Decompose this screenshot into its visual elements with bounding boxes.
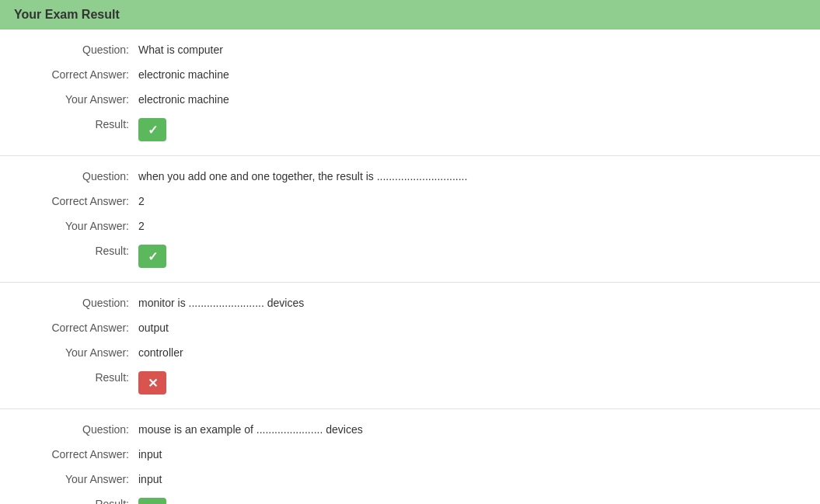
correct-answer-label: Correct Answer:: [14, 322, 138, 334]
result-row-1: Result:: [0, 112, 820, 148]
result-label: Result:: [14, 245, 138, 257]
result-label: Result:: [14, 371, 138, 384]
result-value-4: [138, 498, 806, 504]
page-container: Your Exam Result Question: What is compu…: [0, 0, 820, 504]
correct-answer-label: Correct Answer:: [14, 195, 138, 207]
correct-answer-row-2: Correct Answer: 2: [0, 189, 820, 214]
question-row-1: Question: What is computer: [0, 37, 820, 62]
your-answer-row-2: Your Answer: 2: [0, 214, 820, 238]
cross-icon: [148, 376, 158, 391]
your-answer-row-3: Your Answer: controller: [0, 340, 820, 365]
question-label: Question:: [14, 297, 138, 309]
question-row-3: Question: monitor is ...................…: [0, 290, 820, 315]
result-label: Result:: [14, 498, 138, 504]
correct-answer-value-3: output: [138, 322, 806, 334]
result-row-4: Result:: [0, 492, 820, 504]
your-answer-label: Your Answer:: [14, 93, 138, 106]
question-text-1: What is computer: [138, 43, 806, 56]
your-answer-row-4: Your Answer: input: [0, 467, 820, 492]
your-answer-value-2: 2: [138, 220, 806, 232]
correct-answer-label: Correct Answer:: [14, 68, 138, 81]
exam-header: Your Exam Result: [0, 0, 820, 30]
your-answer-value-4: input: [138, 473, 806, 485]
question-text-3: monitor is ......................... dev…: [138, 297, 806, 309]
your-answer-row-1: Your Answer: electronic machine: [0, 87, 820, 112]
question-label: Question:: [14, 423, 138, 436]
result-value-1: [138, 118, 806, 141]
your-answer-value-3: controller: [138, 346, 806, 359]
your-answer-label: Your Answer:: [14, 220, 138, 232]
result-row-2: Result:: [0, 238, 820, 274]
check-icon: [148, 249, 158, 264]
result-value-2: [138, 245, 806, 268]
result-row-3: Result:: [0, 365, 820, 401]
question-text-2: when you add one and one together, the r…: [138, 170, 806, 182]
result-label: Result:: [14, 118, 138, 130]
your-answer-label: Your Answer:: [14, 346, 138, 359]
exam-title: Your Exam Result: [14, 8, 120, 21]
question-block-2: Question: when you add one and one toget…: [0, 156, 820, 283]
question-label: Question:: [14, 43, 138, 56]
your-answer-value-1: electronic machine: [138, 93, 806, 106]
result-value-3: [138, 371, 806, 395]
correct-answer-row-3: Correct Answer: output: [0, 315, 820, 340]
correct-answer-value-2: 2: [138, 195, 806, 207]
check-icon: [148, 123, 158, 137]
correct-answer-value-4: input: [138, 448, 806, 461]
result-button-2: [138, 245, 166, 268]
correct-answer-row-1: Correct Answer: electronic machine: [0, 62, 820, 87]
question-block-1: Question: What is computer Correct Answe…: [0, 30, 820, 156]
your-answer-label: Your Answer:: [14, 473, 138, 485]
correct-answer-value-1: electronic machine: [138, 68, 806, 81]
question-block-3: Question: monitor is ...................…: [0, 283, 820, 409]
result-button-1: [138, 118, 166, 141]
result-button-3: [138, 371, 166, 395]
correct-answer-row-4: Correct Answer: input: [0, 442, 820, 467]
question-text-4: mouse is an example of .................…: [138, 423, 806, 436]
result-button-4: [138, 498, 166, 504]
question-label: Question:: [14, 170, 138, 182]
question-row-2: Question: when you add one and one toget…: [0, 164, 820, 189]
question-row-4: Question: mouse is an example of .......…: [0, 417, 820, 442]
questions-container: Question: What is computer Correct Answe…: [0, 30, 820, 504]
question-block-4: Question: mouse is an example of .......…: [0, 409, 820, 504]
correct-answer-label: Correct Answer:: [14, 448, 138, 461]
